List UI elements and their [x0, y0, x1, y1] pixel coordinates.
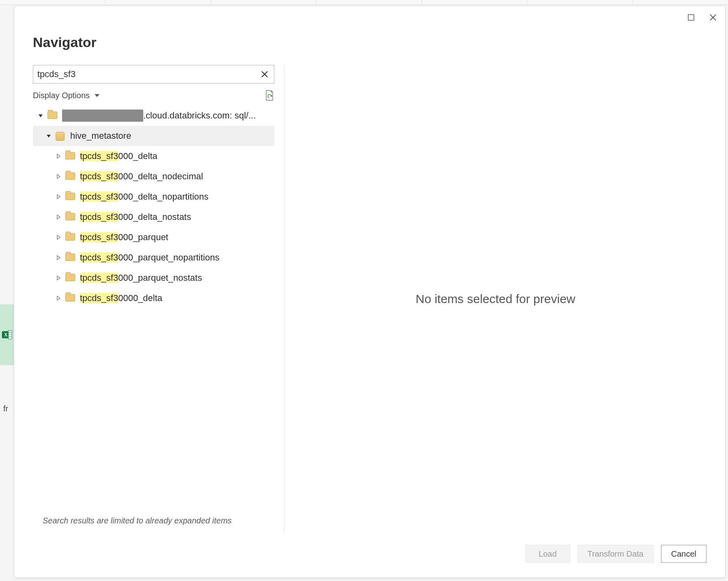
folder-icon — [65, 152, 75, 160]
schema-label: tpcds_sf3000_delta_nopartitions — [80, 192, 209, 202]
folder-icon — [65, 294, 75, 302]
folder-icon — [65, 193, 75, 201]
svg-rect-6 — [688, 15, 694, 20]
svg-marker-11 — [39, 114, 43, 117]
folder-icon — [65, 213, 75, 221]
schema-label: tpcds_sf3000_delta_nostats — [80, 212, 191, 222]
expand-toggle[interactable] — [55, 274, 62, 282]
load-button[interactable]: Load — [526, 545, 570, 563]
svg-marker-17 — [57, 235, 60, 239]
tree-node-schema[interactable]: tpcds_sf3000_delta_nostats — [33, 207, 274, 227]
preview-pane: No items selected for preview — [284, 65, 706, 533]
svg-marker-16 — [57, 215, 60, 219]
folder-icon — [65, 274, 75, 282]
close-icon — [709, 13, 717, 22]
display-options-label: Display Options — [33, 91, 90, 100]
cancel-button[interactable]: Cancel — [661, 545, 706, 563]
triangle-right-icon — [56, 154, 61, 159]
background-text-fr: fr — [3, 404, 8, 413]
triangle-right-icon — [56, 215, 61, 219]
tree-node-schema[interactable]: tpcds_sf3000_delta_nopartitions — [33, 187, 274, 207]
transform-data-button[interactable]: Transform Data — [577, 545, 654, 563]
schema-label: tpcds_sf3000_parquet_nostats — [80, 273, 202, 283]
redacted-host — [62, 110, 143, 122]
load-label: Load — [538, 549, 557, 559]
tree-node-schema[interactable]: tpcds_sf3000_delta_nodecimal — [33, 166, 274, 187]
triangle-right-icon — [56, 296, 61, 301]
schema-label: tpcds_sf3000_parquet — [80, 232, 168, 243]
cancel-label: Cancel — [671, 549, 696, 559]
navigator-dialog: Navigator Display Options — [14, 6, 726, 578]
refresh-button[interactable] — [265, 90, 274, 101]
display-options-button[interactable]: Display Options — [33, 91, 99, 100]
triangle-down-icon — [38, 113, 43, 118]
search-field-wrap — [33, 65, 274, 84]
clear-search-button[interactable] — [259, 69, 270, 80]
expand-toggle[interactable] — [55, 234, 62, 241]
tree-node-connection[interactable]: .cloud.databricks.com: sql/... — [33, 105, 274, 126]
tree-node-schema[interactable]: tpcds_sf3000_parquet — [33, 227, 274, 247]
expand-toggle[interactable] — [55, 153, 62, 160]
expand-toggle[interactable] — [55, 254, 62, 261]
tree-node-schema[interactable]: tpcds_sf3000_delta — [33, 146, 274, 166]
metastore-label: hive_metastore — [70, 131, 131, 141]
svg-marker-12 — [47, 135, 51, 138]
background-ribbon — [0, 0, 728, 5]
schema-label: tpcds_sf3000_delta — [80, 151, 157, 161]
excel-icon: X — [1, 329, 13, 340]
schema-label: tpcds_sf3000_delta_nodecimal — [80, 171, 203, 182]
folder-icon — [65, 172, 75, 181]
svg-marker-14 — [57, 174, 60, 179]
schema-label: tpcds_sf30000_delta — [80, 293, 162, 303]
collapse-toggle[interactable] — [37, 112, 44, 119]
chevron-down-icon — [95, 94, 99, 97]
refresh-page-icon — [265, 90, 274, 101]
connection-suffix: .cloud.databricks.com: sql/... — [143, 110, 256, 121]
dialog-title: Navigator — [33, 34, 706, 50]
transform-label: Transform Data — [588, 549, 644, 559]
folder-icon — [65, 233, 75, 241]
collapse-toggle[interactable] — [45, 132, 52, 140]
empty-preview-message: No items selected for preview — [416, 292, 575, 306]
svg-text:X: X — [4, 332, 8, 338]
triangle-right-icon — [56, 194, 61, 199]
database-icon — [56, 132, 65, 140]
restore-icon — [687, 14, 695, 21]
svg-marker-13 — [57, 154, 60, 158]
svg-marker-18 — [57, 256, 60, 260]
svg-marker-19 — [57, 276, 60, 280]
folder-icon — [65, 254, 75, 262]
restore-window-button[interactable] — [685, 12, 697, 23]
folder-icon — [47, 112, 57, 120]
svg-marker-15 — [57, 195, 60, 199]
expand-toggle[interactable] — [55, 193, 62, 200]
expand-toggle[interactable] — [55, 213, 62, 221]
tree-node-metastore[interactable]: hive_metastore — [33, 126, 274, 146]
triangle-right-icon — [56, 235, 61, 240]
schema-label: tpcds_sf3000_parquet_nopartitions — [80, 252, 220, 263]
excel-badge: X — [0, 304, 14, 365]
search-input[interactable] — [37, 69, 259, 80]
expand-toggle[interactable] — [55, 173, 62, 180]
left-pane: Display Options — [33, 65, 284, 533]
triangle-right-icon — [56, 275, 61, 280]
triangle-down-icon — [46, 133, 51, 138]
search-hint: Search results are limited to already ex… — [33, 510, 274, 533]
tree-node-schema[interactable]: tpcds_sf3000_parquet_nostats — [33, 268, 274, 288]
tree-node-schema[interactable]: tpcds_sf3000_parquet_nopartitions — [33, 247, 274, 268]
expand-toggle[interactable] — [55, 295, 62, 302]
close-window-button[interactable] — [707, 12, 719, 23]
tree-node-schema[interactable]: tpcds_sf30000_delta — [33, 288, 274, 308]
triangle-right-icon — [56, 174, 61, 179]
triangle-right-icon — [56, 255, 61, 260]
tree-view[interactable]: .cloud.databricks.com: sql/... hive_meta… — [33, 105, 274, 510]
x-icon — [261, 71, 268, 78]
svg-marker-20 — [57, 296, 60, 300]
